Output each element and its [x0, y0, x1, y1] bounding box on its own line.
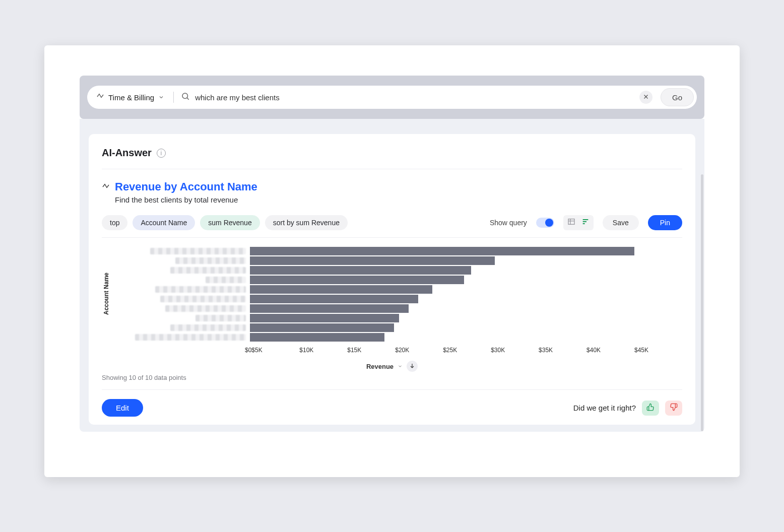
chevron-down-icon[interactable]: [398, 362, 403, 371]
chart-section: Account Name $0$5K$10K$15K$20K$25K$30K$3…: [102, 237, 682, 381]
x-tick-label: $0: [245, 347, 251, 354]
datasource-selector[interactable]: Time & Billing: [96, 93, 164, 102]
y-tick-label: [115, 314, 246, 322]
x-tick-label: $5K: [251, 347, 299, 354]
y-tick-label: [115, 333, 246, 342]
clear-search-button[interactable]: [639, 91, 652, 104]
chart-bar[interactable]: [250, 323, 394, 332]
thumbs-up-button[interactable]: [642, 401, 659, 416]
datasource-label: Time & Billing: [108, 93, 154, 102]
chip-account-name[interactable]: Account Name: [133, 215, 195, 230]
close-icon: [643, 93, 649, 102]
edit-button[interactable]: Edit: [102, 399, 143, 417]
chart-view-button[interactable]: [579, 217, 592, 229]
search-input[interactable]: [195, 93, 634, 102]
svg-point-0: [182, 93, 188, 99]
x-tick-label: $10K: [299, 347, 347, 354]
search-bar: Time & Billing Go: [87, 86, 697, 109]
thumbs-down-icon: [670, 403, 678, 413]
chart-bar[interactable]: [250, 285, 432, 294]
pin-button[interactable]: Pin: [648, 215, 682, 230]
y-tick-label: [115, 285, 246, 294]
app-window: Time & Billing Go AI-Answer i: [44, 45, 740, 477]
x-tick-label: $15K: [347, 347, 395, 354]
chart-bar[interactable]: [250, 304, 409, 313]
x-axis-label-row: Revenue: [102, 361, 682, 372]
x-axis-label: Revenue: [366, 363, 394, 370]
x-axis-ticks: $0$5K$10K$15K$20K$25K$30K$35K$40K$45K: [245, 347, 682, 354]
datapoints-count: Showing 10 of 10 data points: [102, 374, 682, 381]
chart-bar[interactable]: [250, 256, 495, 265]
info-icon[interactable]: i: [157, 149, 166, 158]
feedback-question: Did we get it right?: [573, 404, 636, 412]
show-query-toggle[interactable]: [536, 218, 554, 228]
chart-bar[interactable]: [250, 314, 399, 322]
bars-container: [250, 246, 682, 342]
chart-bar[interactable]: [250, 295, 418, 303]
x-tick-label: $25K: [443, 347, 491, 354]
save-button[interactable]: Save: [603, 215, 639, 230]
svg-line-1: [187, 98, 189, 100]
result-header: Revenue by Account Name Find the best cl…: [102, 180, 682, 204]
show-query-label: Show query: [490, 219, 527, 227]
ai-answer-header: AI-Answer i: [102, 147, 682, 169]
view-mode-switch: [563, 215, 594, 230]
search-header: Time & Billing Go: [80, 76, 704, 119]
result-title-link[interactable]: Revenue by Account Name: [115, 180, 257, 193]
x-tick-label: $20K: [395, 347, 443, 354]
sort-direction-button[interactable]: [407, 361, 418, 372]
y-tick-label: [115, 276, 246, 284]
svg-rect-4: [568, 219, 574, 225]
y-tick-label: [115, 295, 246, 303]
chart-toolbar: Show query: [490, 215, 682, 230]
x-tick-label: $40K: [586, 347, 634, 354]
thumbs-up-icon: [646, 403, 655, 413]
y-tick-label: [115, 304, 246, 313]
result-icon: [102, 183, 110, 193]
scrollbar[interactable]: [701, 174, 703, 431]
ai-answer-title: AI-Answer: [102, 147, 152, 159]
card-footer: Edit Did we get it right?: [102, 389, 682, 417]
chevron-down-icon: [158, 93, 164, 102]
ai-answer-card: AI-Answer i Revenue by Account Name Find…: [89, 134, 695, 425]
feedback-group: Did we get it right?: [573, 401, 682, 416]
chart-bar[interactable]: [250, 333, 384, 342]
chips-row: top Account Name sum Revenue sort by sum…: [102, 215, 682, 230]
table-icon: [567, 218, 575, 228]
y-tick-label: [115, 323, 246, 332]
y-axis-labels: [115, 246, 246, 342]
chart-bar[interactable]: [250, 276, 464, 284]
chart-bar[interactable]: [250, 266, 471, 275]
x-tick-label: $30K: [491, 347, 539, 354]
y-tick-label: [115, 266, 246, 275]
bar-chart-icon: [581, 218, 590, 228]
content-area: AI-Answer i Revenue by Account Name Find…: [80, 119, 704, 432]
arrow-down-icon: [409, 362, 415, 371]
result-subtitle: Find the best clients by total revenue: [115, 195, 257, 204]
chart-area: Account Name: [102, 246, 682, 342]
chip-top[interactable]: top: [102, 215, 127, 230]
x-tick-label: $45K: [634, 347, 682, 354]
table-view-button[interactable]: [565, 217, 578, 229]
chart-bar[interactable]: [250, 247, 634, 255]
y-axis-label: Account Name: [102, 273, 111, 315]
separator: [173, 92, 174, 103]
y-tick-label: [115, 247, 246, 255]
y-tick-label: [115, 256, 246, 265]
go-button[interactable]: Go: [661, 88, 694, 106]
x-tick-label: $35K: [539, 347, 586, 354]
datasource-icon: [96, 93, 104, 102]
chip-sum-revenue[interactable]: sum Revenue: [200, 215, 259, 230]
chip-sort[interactable]: sort by sum Revenue: [265, 215, 348, 230]
thumbs-down-button[interactable]: [665, 401, 682, 416]
search-icon: [181, 92, 190, 103]
